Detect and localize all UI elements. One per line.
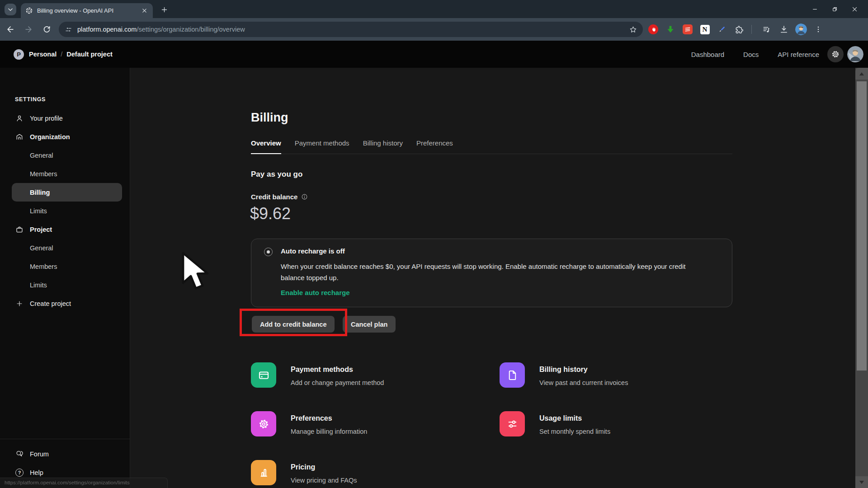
tab-billing-history[interactable]: Billing history xyxy=(363,139,403,147)
sidebar-item-proj-limits[interactable]: Limits xyxy=(0,276,130,294)
plan-section-title: Pay as you go xyxy=(251,170,302,179)
sidebar-item-your-profile[interactable]: Your profile xyxy=(0,109,130,127)
back-button[interactable] xyxy=(3,22,18,37)
site-info-icon[interactable] xyxy=(64,25,73,34)
tab-overview[interactable]: Overview xyxy=(251,139,281,147)
card-title: Pricing xyxy=(291,463,315,471)
person-icon xyxy=(14,114,24,122)
sidebar-item-create-project[interactable]: Create project xyxy=(0,294,130,313)
reload-button[interactable] xyxy=(39,22,54,37)
sidebar-item-label: Limits xyxy=(30,207,47,215)
nav-link-docs[interactable]: Docs xyxy=(743,51,759,58)
tab-search-button[interactable] xyxy=(5,4,16,15)
downloader-extension-icon[interactable] xyxy=(664,23,677,36)
briefcase-icon xyxy=(14,225,24,234)
new-tab-button[interactable] xyxy=(159,5,169,14)
sidebar-item-label: Your profile xyxy=(30,115,63,122)
bookmark-star-icon[interactable] xyxy=(629,25,637,34)
annotation-highlight-box xyxy=(240,309,347,336)
browser-profile-avatar[interactable] xyxy=(794,23,808,36)
card-subtitle: Set monthly spend limits xyxy=(539,428,610,435)
window-close-button[interactable] xyxy=(844,0,864,18)
card-title: Payment methods xyxy=(291,366,353,374)
forward-button[interactable] xyxy=(21,22,36,37)
scrollbar[interactable] xyxy=(855,68,868,488)
cancel-plan-button[interactable]: Cancel plan xyxy=(343,316,396,333)
sidebar-item-organization[interactable]: Organization xyxy=(0,127,130,146)
user-profile-avatar[interactable] xyxy=(847,46,863,62)
card-preferences[interactable]: Preferences Manage billing information xyxy=(251,411,486,452)
openai-favicon-icon xyxy=(25,7,33,14)
credit-balance-value: $9.62 xyxy=(250,204,291,223)
downloads-icon[interactable] xyxy=(777,23,791,36)
scroll-down-arrow[interactable] xyxy=(855,476,868,488)
window-restore-button[interactable] xyxy=(825,0,844,18)
billing-content: Billing Overview Payment methods Billing… xyxy=(130,68,855,488)
sidebar-item-org-limits[interactable]: Limits xyxy=(0,202,130,220)
breadcrumb-project[interactable]: Default project xyxy=(66,51,113,58)
enable-auto-recharge-link[interactable]: Enable auto recharge xyxy=(281,289,350,296)
notion-logo-icon: N xyxy=(700,25,710,34)
url-text: platform.openai.com/settings/organizatio… xyxy=(77,26,629,33)
building-icon xyxy=(14,133,24,141)
notion-extension-icon[interactable]: N xyxy=(698,23,712,36)
sidebar-item-label: Limits xyxy=(30,282,47,289)
card-usage-limits[interactable]: Usage limits Set monthly spend limits xyxy=(500,411,735,452)
screen: Billing overview - OpenAI API xyxy=(0,0,868,488)
sidebar-item-label: Project xyxy=(30,226,52,233)
browser-tabstrip: Billing overview - OpenAI API xyxy=(0,0,868,18)
tab-preferences[interactable]: Preferences xyxy=(416,139,453,147)
card-pricing[interactable]: Pricing View pricing and FAQs xyxy=(251,460,486,488)
card-subtitle: Add or change payment method xyxy=(291,379,384,386)
toolbar-separator xyxy=(751,25,752,34)
sidebar-item-label: Help xyxy=(30,469,43,476)
pen-extension-icon[interactable] xyxy=(715,23,729,36)
site-nav-links: Dashboard Docs API reference xyxy=(691,41,819,68)
card-payment-methods[interactable]: Payment methods Add or change payment me… xyxy=(251,362,486,403)
info-icon[interactable] xyxy=(301,193,308,200)
url-domain: platform.openai.com xyxy=(77,26,137,33)
extensions-puzzle-icon[interactable] xyxy=(732,23,746,36)
credit-balance-label: Credit balance xyxy=(251,193,308,201)
sidebar-item-label: General xyxy=(30,152,53,159)
scroll-up-arrow[interactable] xyxy=(855,68,868,80)
address-bar[interactable]: platform.openai.com/settings/organizatio… xyxy=(59,22,643,37)
settings-gear-button[interactable] xyxy=(827,46,844,62)
media-controls-icon[interactable] xyxy=(760,23,774,36)
window-minimize-button[interactable] xyxy=(805,0,825,18)
breadcrumb-org[interactable]: Personal xyxy=(29,51,57,58)
sidebar-heading: SETTINGS xyxy=(15,96,130,103)
browser-toolbar: platform.openai.com/settings/organizatio… xyxy=(0,18,868,41)
sliders-icon xyxy=(500,411,525,436)
gear-icon xyxy=(831,50,840,59)
sidebar-item-proj-general[interactable]: General xyxy=(0,239,130,257)
window-controls xyxy=(805,0,864,18)
browser-menu-kebab-icon[interactable] xyxy=(811,23,825,36)
site-top-nav: P Personal / Default project Dashboard D… xyxy=(0,41,868,68)
document-icon xyxy=(500,362,525,388)
nav-link-api-reference[interactable]: API reference xyxy=(778,51,819,58)
auto-recharge-title: Auto recharge is off xyxy=(281,247,345,255)
nav-link-dashboard[interactable]: Dashboard xyxy=(691,51,724,58)
sidebar-item-billing[interactable]: Billing xyxy=(12,183,122,202)
sidebar-item-proj-members[interactable]: Members xyxy=(0,257,130,276)
org-avatar[interactable]: P xyxy=(14,49,24,60)
tab-close-icon[interactable] xyxy=(140,7,148,15)
sidebar-item-org-members[interactable]: Members xyxy=(0,164,130,183)
todoist-extension-icon[interactable] xyxy=(681,23,694,36)
hand-icon xyxy=(648,24,658,34)
sidebar-item-label: General xyxy=(30,244,53,252)
breadcrumb-separator: / xyxy=(61,51,62,58)
sidebar-item-org-general[interactable]: General xyxy=(0,146,130,164)
tab-payment-methods[interactable]: Payment methods xyxy=(295,139,349,147)
sidebar-item-label: Billing xyxy=(30,189,50,196)
scrollbar-thumb[interactable] xyxy=(857,81,867,371)
card-title: Preferences xyxy=(291,414,332,422)
browser-tab[interactable]: Billing overview - OpenAI API xyxy=(21,3,153,18)
sidebar-item-project[interactable]: Project xyxy=(0,220,130,239)
card-subtitle: Manage billing information xyxy=(291,428,367,435)
adblock-extension-icon[interactable] xyxy=(646,23,660,36)
plus-icon xyxy=(14,300,24,307)
sidebar-item-forum[interactable]: Forum xyxy=(0,445,130,463)
card-billing-history[interactable]: Billing history View past and current in… xyxy=(500,362,735,403)
